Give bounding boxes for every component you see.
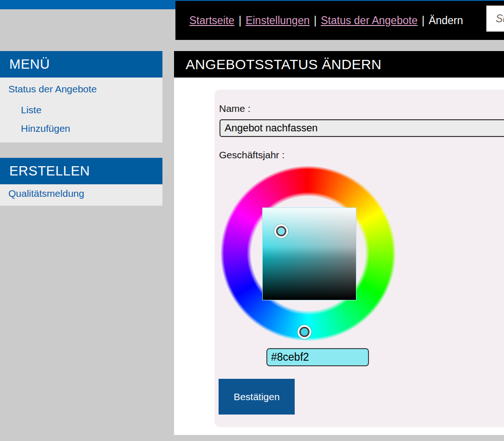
hex-color-input[interactable]: #8cebf2: [266, 348, 369, 366]
hue-handle[interactable]: [299, 327, 310, 337]
sidebar-item-hinzufuegen[interactable]: Hinzufügen: [21, 123, 70, 134]
breadcrumb-link-einstellungen[interactable]: Einstellungen: [246, 14, 310, 27]
status-edit-form: Name : Angebot nachfassen Geschäftsjahr …: [214, 90, 504, 427]
sidebar-item-liste[interactable]: Liste: [21, 104, 41, 116]
name-label: Name :: [219, 103, 251, 114]
bestaetigen-button[interactable]: Bestätigen: [219, 379, 295, 415]
saturation-handle[interactable]: [276, 226, 286, 236]
search-input[interactable]: Su: [486, 6, 504, 32]
sidebar-item-status-der-angebote[interactable]: Status der Angebote: [8, 84, 97, 95]
page-title-bar: ANGEBOTSSTATUS ÄNDERN: [174, 51, 504, 78]
geschaeftsjahr-label: Geschäftsjahr :: [219, 149, 284, 161]
sidebar-section-erstellen-header: ERSTELLEN: [0, 158, 162, 184]
breadcrumb: Startseite | Einstellungen | Status der …: [175, 14, 463, 27]
breadcrumb-link-status-der-angebote[interactable]: Status der Angebote: [321, 14, 417, 27]
breadcrumb-link-startseite[interactable]: Startseite: [189, 14, 234, 27]
main-content: ANGEBOTSSTATUS ÄNDERN Name : Angebot nac…: [174, 51, 504, 435]
name-input[interactable]: Angebot nachfassen: [220, 119, 504, 137]
sidebar-section-menu-title: MENÜ: [0, 57, 50, 72]
breadcrumb-separator: |: [314, 14, 317, 27]
breadcrumb-separator: |: [239, 14, 241, 27]
sidebar-menu-panel: Status der Angebote Liste Hinzufügen: [0, 78, 162, 143]
page-title: ANGEBOTSSTATUS ÄNDERN: [174, 57, 381, 72]
breadcrumb-header: Startseite | Einstellungen | Status der …: [175, 1, 504, 40]
sidebar-section-menu-header: MENÜ: [0, 51, 162, 78]
sidebar-item-qualitaetsmeldung[interactable]: Qualitätsmeldung: [8, 188, 84, 199]
sidebar-erstellen-panel: Qualitätsmeldung: [0, 184, 162, 206]
breadcrumb-current-page: Ändern: [429, 14, 463, 27]
search-placeholder: Su: [486, 13, 504, 25]
sidebar-section-erstellen-title: ERSTELLEN: [0, 163, 90, 179]
saturation-value-square[interactable]: [262, 208, 356, 300]
breadcrumb-separator: |: [422, 14, 425, 27]
